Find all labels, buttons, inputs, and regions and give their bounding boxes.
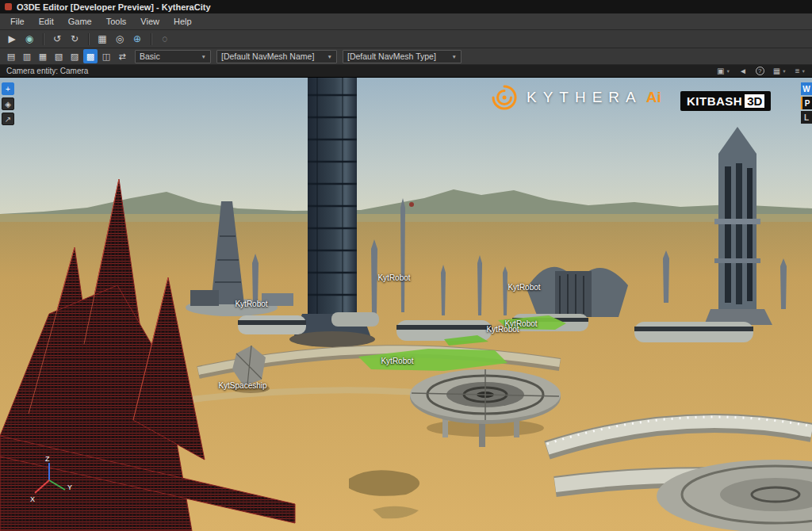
menu-game[interactable]: Game (61, 14, 99, 29)
move-camera-tool[interactable]: + (2, 82, 14, 95)
kythera-ai-suffix: Ai (646, 89, 661, 106)
snap-grid-icon[interactable]: ▦ (94, 31, 110, 47)
axis-y-label: Y (67, 483, 72, 491)
camera-entity-label: Camera entity: Camera (6, 67, 88, 75)
kitbash-3d-badge: 3D (745, 94, 764, 108)
toolbar-separator (151, 33, 151, 45)
app-icon (5, 3, 12, 10)
simulate-icon[interactable]: ▶ (4, 31, 20, 47)
navmesh-generate-icon[interactable]: ▩ (83, 49, 98, 63)
navmesh-name-value: [Default NavMesh Name] (221, 52, 314, 61)
search-icon[interactable]: ◌ (157, 31, 173, 47)
global-settings-icon[interactable]: ⊕ (129, 31, 145, 47)
snap-angle-icon[interactable]: ◎ (112, 31, 128, 47)
audio-toggle-icon[interactable]: ◄ (739, 67, 747, 75)
display-options-icon[interactable]: ▣▼ (717, 67, 730, 75)
title-bar: O3DE Editor [Developer Preview] - Kyther… (0, 0, 812, 13)
navigation-profile-select[interactable]: Basic ▼ (135, 50, 211, 63)
viewport-p-button[interactable]: P (801, 97, 812, 109)
orbit-camera-tool[interactable]: ◈ (2, 97, 14, 110)
toolbar-separator (88, 33, 89, 45)
navmesh-areas-icon[interactable]: ▨ (67, 49, 82, 63)
zoom-camera-tool[interactable]: ↗ (2, 113, 14, 125)
navigation-toolbar: ▤▥▦▧▨▩◫⇄ Basic ▼ [Default NavMesh Name] … (0, 48, 812, 65)
axis-gizmo: Z Y X (27, 455, 78, 507)
axis-x-label: X (30, 495, 35, 503)
profile-select-value: Basic (140, 52, 160, 61)
chevron-down-icon: ▼ (327, 54, 332, 59)
redo-icon[interactable]: ↻ (67, 31, 82, 47)
viewport-header: Camera entity: Camera ▣▼◄?▦▼≡▼ (0, 65, 812, 78)
lock-selection-icon[interactable]: ◉ (21, 31, 37, 47)
viewport-menu-icon[interactable]: ≡▼ (795, 67, 806, 75)
kitbash-wordmark: KITBASH (687, 94, 742, 108)
scene-render (0, 78, 812, 531)
navmesh-links-icon[interactable]: ▧ (52, 49, 66, 63)
toolbar-separator (43, 33, 44, 45)
viewport-mode-buttons: WPL (801, 82, 812, 124)
navmesh-flow-icon[interactable]: ⇄ (115, 49, 129, 63)
menu-edit[interactable]: Edit (32, 14, 61, 29)
viewport-3d[interactable]: +◈↗ WPL KYTHERA Ai KITBASH 3D KytRobotKy… (0, 78, 812, 531)
kythera-wordmark: KYTHERA (527, 89, 642, 106)
kythera-swirl-icon (490, 83, 519, 112)
navmesh-type-select[interactable]: [Default NavMesh Type] ▼ (343, 50, 462, 63)
menu-file[interactable]: File (3, 14, 32, 29)
navmesh-edit-icon[interactable]: ▥ (20, 49, 34, 63)
kythera-ai-logo: KYTHERA Ai (490, 83, 661, 112)
main-toolbar: ▶◉↺↻▦◎⊕◌ (0, 30, 812, 48)
navmesh-type-value: [Default NavMesh Type] (347, 52, 436, 61)
menu-bar: FileEditGameToolsViewHelp (0, 13, 812, 30)
viewport-toolbar: +◈↗ (2, 82, 14, 125)
navmesh-volume-icon[interactable]: ◫ (99, 49, 113, 63)
window-title: O3DE Editor [Developer Preview] - Kyther… (17, 2, 211, 12)
grid-settings-icon[interactable]: ▦▼ (773, 67, 787, 75)
axis-z-label: Z (45, 455, 50, 463)
menu-view[interactable]: View (133, 14, 167, 29)
chevron-down-icon: ▼ (201, 54, 206, 59)
viewport-l-button[interactable]: L (801, 111, 812, 124)
chevron-down-icon: ▼ (452, 54, 457, 59)
undo-icon[interactable]: ↺ (49, 31, 65, 47)
navmesh-name-select[interactable]: [Default NavMesh Name] ▼ (216, 50, 337, 63)
navmesh-view-icon[interactable]: ▤ (4, 49, 18, 63)
kitbash3d-logo: KITBASH 3D (680, 91, 771, 111)
menu-help[interactable]: Help (167, 14, 199, 29)
menu-tools[interactable]: Tools (99, 14, 134, 29)
viewport-w-button[interactable]: W (801, 82, 812, 95)
navmesh-layers-icon[interactable]: ▦ (36, 49, 50, 63)
help-icon[interactable]: ? (756, 67, 764, 75)
